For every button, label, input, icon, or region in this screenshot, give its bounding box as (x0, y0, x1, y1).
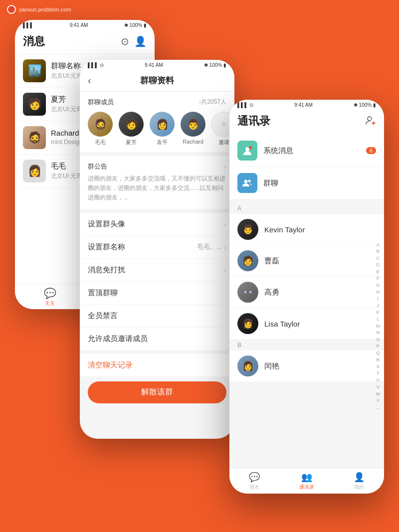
member-1[interactable]: 🧔 毛毛 (88, 112, 113, 146)
members-arrow: › (199, 98, 201, 106)
add-contact-icon[interactable] (365, 115, 376, 128)
clear-chat-label: 清空聊天记录 (88, 360, 133, 369)
name-gaoyong: 高勇 (264, 288, 279, 297)
svg-point-1 (245, 147, 249, 151)
avatar-runyan: 👩 (237, 355, 258, 376)
phone-group: ▌▌▌ ⊙ 9:41 AM ✱ 100% ▮ ‹ 群聊资料 群聊成员 共2057… (80, 60, 234, 439)
group-chat[interactable]: 群聊 (229, 167, 384, 199)
contact-lisa[interactable]: 👩 Lisa Taylor (229, 308, 384, 340)
svg-point-0 (368, 117, 372, 121)
member-avatar-4: 👨 (181, 112, 205, 137)
alpha-N[interactable]: N (376, 330, 381, 337)
setting-avatar-arrow: › (224, 220, 226, 228)
back-button[interactable]: ‹ (88, 75, 91, 86)
member-count: 共2057人 (201, 98, 226, 106)
svg-point-3 (244, 180, 248, 183)
setting-avatar[interactable]: 设置群头像 › (80, 213, 234, 236)
alpha-V[interactable]: V (376, 384, 381, 390)
alpha-B[interactable]: B (376, 248, 381, 255)
alpha-L[interactable]: L (376, 316, 381, 323)
setting-avatar-label: 设置群头像 (88, 219, 125, 229)
system-messages[interactable]: 系统消息 6 (229, 135, 384, 167)
member-4[interactable]: 👨 Rachard (181, 112, 205, 145)
alpha-O[interactable]: O (376, 337, 381, 343)
setting-name-arrow: › (224, 243, 226, 251)
alpha-H[interactable]: H (376, 289, 381, 296)
setting-mute[interactable]: 消息免打扰 › (80, 259, 234, 282)
member-2[interactable]: 🧑 夏芳 (119, 112, 144, 146)
dissolve-button[interactable]: 解散该群 (88, 381, 226, 403)
status-bar-messages: ▌▌▌ 9:41 AM ✱ 100% ▮ (15, 20, 155, 30)
alpha-S[interactable]: S (376, 364, 381, 370)
alpha-J[interactable]: J (376, 303, 381, 309)
alphabet-index[interactable]: A B C D E F G H I J K L M N O P Q R S T … (376, 242, 381, 411)
section-b: B (229, 340, 384, 351)
alpha-Q[interactable]: Q (376, 350, 381, 356)
messages-header: 消息 ⊙ 👤 (15, 30, 155, 54)
alpha-R[interactable]: R (376, 357, 381, 363)
members-section: 群聊成员 共2057人 › 🧔 毛毛 🧑 夏芳 👩 袁平 👨 (80, 92, 234, 152)
contact-kevin[interactable]: 👨 Kevin Taylor (229, 214, 384, 245)
setting-invite[interactable]: 允许成员邀请成员 (80, 328, 234, 350)
alpha-M[interactable]: M (376, 323, 381, 330)
group-nav-bar: ‹ 群聊资料 (80, 70, 234, 92)
setting-ban[interactable]: 全员禁言 (80, 305, 234, 328)
member-avatar-3: 👩 (150, 112, 175, 137)
alpha-F[interactable]: F (376, 276, 381, 282)
signal-messages: ▌▌▌ (23, 22, 33, 28)
member-name-4: Rachard (183, 139, 203, 145)
alpha-A[interactable]: A (376, 242, 381, 248)
alpha-P[interactable]: P (376, 344, 381, 350)
invite-label: 邀请 (218, 139, 229, 146)
alpha-G[interactable]: G (376, 282, 381, 289)
mine-icon: 👤 (354, 472, 365, 483)
alpha-E[interactable]: E (376, 269, 381, 275)
alpha-W[interactable]: W (376, 391, 381, 397)
time-messages: 9:41 AM (70, 22, 88, 28)
alpha-T[interactable]: T (376, 370, 381, 377)
alpha-D[interactable]: D (376, 262, 381, 269)
tab-friends[interactable]: 💬 朋友 (249, 472, 260, 491)
add-icon[interactable]: 👤 (134, 35, 147, 47)
sys-label: 系统消息 (263, 146, 360, 156)
member-3[interactable]: 👩 袁平 (150, 112, 175, 146)
setting-name-value: 毛毛、... (197, 242, 222, 251)
battery-group: ✱ 100% ▮ (204, 62, 226, 68)
alpha-K[interactable]: K (376, 310, 381, 316)
alpha-C[interactable]: C (376, 255, 381, 262)
tab-contacts-active[interactable]: 👥 通讯录 (299, 472, 314, 491)
svg-point-4 (248, 180, 251, 182)
logo-text: yanxun.probition.com (19, 6, 71, 12)
setting-pin[interactable]: 置顶群聊 (80, 282, 234, 305)
msg-avatar-3: 🧔 (23, 126, 46, 149)
alpha-I[interactable]: I (376, 296, 381, 303)
logo-icon (7, 5, 16, 14)
group-nav-title: 群聊资料 (140, 75, 174, 86)
group-label: 群聊 (263, 178, 376, 188)
special-contacts: 系统消息 6 群聊 (229, 135, 384, 199)
contact-runyan[interactable]: 👩 闰艳 (229, 351, 384, 382)
group-icon (237, 173, 257, 193)
alpha-U[interactable]: U (376, 377, 381, 384)
contact-gaoyong[interactable]: 👓 高勇 (229, 277, 384, 308)
avatar-gaoyong: 👓 (237, 282, 258, 303)
setting-ban-label: 全员禁言 (88, 311, 118, 321)
setting-name[interactable]: 设置群名称 毛毛、... › (80, 236, 234, 259)
friends-icon: 💬 (249, 472, 260, 483)
clear-chat[interactable]: 清空聊天记录 (80, 354, 234, 376)
time-contacts: 9:41 AM (294, 102, 313, 108)
search-icon[interactable]: ⊙ (121, 35, 129, 47)
setting-mute-arrow: › (224, 266, 226, 274)
tab-messages[interactable]: 💬 天天 (44, 287, 56, 307)
alpha-more[interactable]: ... (376, 404, 381, 411)
announce-arrow[interactable]: › (224, 162, 226, 171)
announce-header: 群公告 › (88, 162, 226, 171)
battery-contacts: ✱ 100% ▮ (354, 102, 376, 108)
member-avatar-2: 🧑 (119, 112, 144, 137)
name-runyan: 闰艳 (264, 361, 279, 371)
contact-caolei[interactable]: 🧑 曹磊 (229, 245, 384, 277)
danger-section: 清空聊天记录 (80, 354, 234, 376)
alpha-X[interactable]: X (376, 398, 381, 404)
tab-mine[interactable]: 👤 我的 (354, 472, 365, 491)
name-caolei: 曹磊 (264, 256, 279, 266)
